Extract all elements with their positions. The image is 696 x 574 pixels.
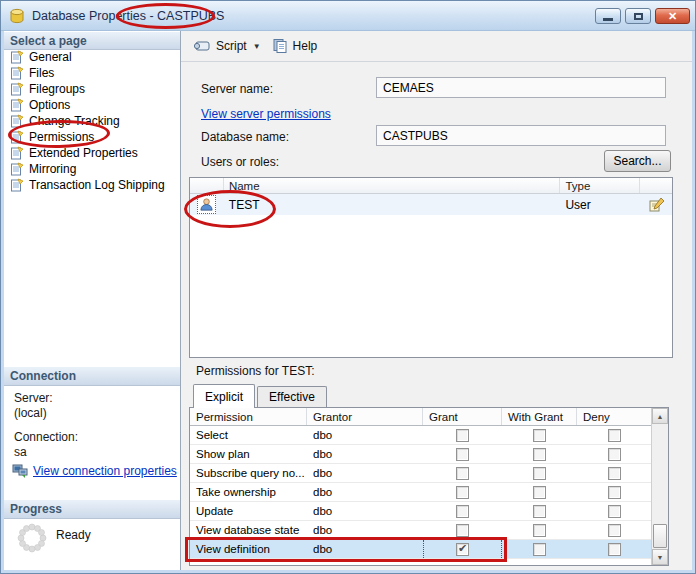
grantor-name: dbo xyxy=(307,445,423,463)
script-button[interactable]: Script ▼ xyxy=(189,36,265,56)
users-table-header: Name Type xyxy=(190,178,672,194)
search-button[interactable]: Search... xyxy=(604,150,671,172)
deny-checkbox[interactable] xyxy=(608,543,621,556)
server-name-label: Server name: xyxy=(201,82,273,96)
grant-checkbox[interactable] xyxy=(456,448,469,461)
close-button[interactable]: ✕ xyxy=(655,8,690,24)
minimize-button[interactable] xyxy=(595,8,621,24)
grant-checkbox[interactable] xyxy=(456,486,469,499)
user-icon xyxy=(199,197,214,212)
close-icon: ✕ xyxy=(668,10,677,23)
tab-explicit[interactable]: Explicit xyxy=(193,384,255,408)
page-icon xyxy=(10,146,24,160)
permission-row-show-plan[interactable]: Show plandbo xyxy=(190,445,651,464)
users-name-column-header[interactable]: Name xyxy=(224,178,561,193)
toolbar: Script ▼ Help xyxy=(181,31,692,62)
server-name-field[interactable]: CEMAES xyxy=(376,77,666,98)
sidebar-item-general[interactable]: General xyxy=(4,49,180,65)
deny-checkbox[interactable] xyxy=(608,486,621,499)
help-button[interactable]: Help xyxy=(268,36,322,56)
window-frame-right xyxy=(692,31,695,573)
sidebar-item-extended-properties[interactable]: Extended Properties xyxy=(4,145,180,161)
main-panel: Script ▼ Help Server name: CEMAES View s… xyxy=(181,31,692,570)
sidebar-item-label: Change Tracking xyxy=(29,114,120,128)
maximize-icon xyxy=(634,13,643,20)
permission-name: Take ownership xyxy=(190,483,307,501)
database-name-field[interactable]: CASTPUBS xyxy=(376,125,666,146)
grantor-name: dbo xyxy=(307,540,423,558)
with-grant-checkbox[interactable] xyxy=(533,505,546,518)
grant-checkbox[interactable] xyxy=(456,524,469,537)
deny-checkbox[interactable] xyxy=(608,448,621,461)
script-icon xyxy=(193,38,211,54)
with-grant-checkbox[interactable] xyxy=(533,486,546,499)
scrollbar-thumb[interactable] xyxy=(653,524,667,548)
grant-checkbox[interactable] xyxy=(456,429,469,442)
help-icon xyxy=(272,38,288,54)
sidebar-item-filegroups[interactable]: Filegroups xyxy=(4,81,180,97)
grant-column-header[interactable]: Grant xyxy=(423,408,502,425)
with-grant-checkbox[interactable] xyxy=(533,524,546,537)
window-frame-bottom xyxy=(1,570,695,573)
sidebar-item-label: Transaction Log Shipping xyxy=(29,178,165,192)
page-icon xyxy=(10,98,24,112)
user-row-test[interactable]: TEST User xyxy=(190,194,672,215)
permission-row-update[interactable]: Updatedbo xyxy=(190,502,651,521)
scroll-up-icon[interactable]: ▲ xyxy=(652,408,668,424)
sidebar-item-options[interactable]: Options xyxy=(4,97,180,113)
edit-user-icon[interactable] xyxy=(648,197,664,213)
user-name: TEST xyxy=(224,198,561,212)
with-grant-checkbox[interactable] xyxy=(533,467,546,480)
deny-checkbox[interactable] xyxy=(608,429,621,442)
connection-label: Connection: xyxy=(14,430,78,444)
sidebar-item-change-tracking[interactable]: Change Tracking xyxy=(4,113,180,129)
users-icon-column-header[interactable] xyxy=(190,178,224,193)
sidebar-item-permissions[interactable]: Permissions xyxy=(4,129,180,145)
tab-effective[interactable]: Effective xyxy=(257,386,327,407)
with-grant-checkbox[interactable] xyxy=(533,543,546,556)
view-server-permissions-link[interactable]: View server permissions xyxy=(201,107,331,121)
window-title: Database Properties - CASTPUBS xyxy=(32,9,224,23)
maximize-button[interactable] xyxy=(625,8,651,24)
sidebar-item-label: Extended Properties xyxy=(29,146,138,160)
with-grant-checkbox[interactable] xyxy=(533,448,546,461)
view-connection-properties-link[interactable]: View connection properties xyxy=(33,464,177,478)
users-type-column-header[interactable]: Type xyxy=(560,178,640,193)
page-icon xyxy=(10,162,24,176)
database-name-label: Database name: xyxy=(201,130,289,144)
deny-checkbox[interactable] xyxy=(608,505,621,518)
deny-checkbox[interactable] xyxy=(608,467,621,480)
permission-row-take-ownership[interactable]: Take ownershipdbo xyxy=(190,483,651,502)
grant-checkbox[interactable] xyxy=(456,467,469,480)
script-dropdown-icon[interactable]: ▼ xyxy=(253,42,261,51)
sidebar-item-transaction-log-shipping[interactable]: Transaction Log Shipping xyxy=(4,177,180,193)
progress-header: Progress xyxy=(4,499,180,519)
sidebar-item-label: Permissions xyxy=(29,130,94,144)
deny-checkbox[interactable] xyxy=(608,524,621,537)
with-grant-column-header[interactable]: With Grant xyxy=(502,408,577,425)
grantor-column-header[interactable]: Grantor xyxy=(307,408,423,425)
progress-spinner-icon xyxy=(16,522,48,554)
permission-row-select[interactable]: Selectdbo xyxy=(190,426,651,445)
grant-checkbox[interactable] xyxy=(456,543,469,556)
users-or-roles-label: Users or roles: xyxy=(201,155,279,169)
permissions-rows: SelectdboShow plandboSubscribe query no.… xyxy=(190,426,668,559)
sidebar-page-list: General Files Filegroups Options Change … xyxy=(4,49,180,193)
page-icon xyxy=(10,130,24,144)
grantor-name: dbo xyxy=(307,483,423,501)
with-grant-checkbox[interactable] xyxy=(533,429,546,442)
permission-column-header[interactable]: Permission xyxy=(190,408,307,425)
deny-column-header[interactable]: Deny xyxy=(577,408,651,425)
titlebar[interactable]: Database Properties - CASTPUBS ✕ xyxy=(1,1,695,31)
page-icon xyxy=(10,66,24,80)
sidebar-item-files[interactable]: Files xyxy=(4,65,180,81)
sidebar-item-mirroring[interactable]: Mirroring xyxy=(4,161,180,177)
scroll-down-icon[interactable]: ▼ xyxy=(652,549,668,565)
permissions-scrollbar[interactable]: ▲ ▼ xyxy=(651,408,668,565)
permission-row-view-definition[interactable]: View definitiondbo xyxy=(190,540,651,559)
permission-row-subscribe-query-no[interactable]: Subscribe query no...dbo xyxy=(190,464,651,483)
grant-checkbox[interactable] xyxy=(456,505,469,518)
minimize-icon xyxy=(603,18,613,21)
permission-name: Select xyxy=(190,426,307,444)
permission-row-view-database-state[interactable]: View database statedbo xyxy=(190,521,651,540)
